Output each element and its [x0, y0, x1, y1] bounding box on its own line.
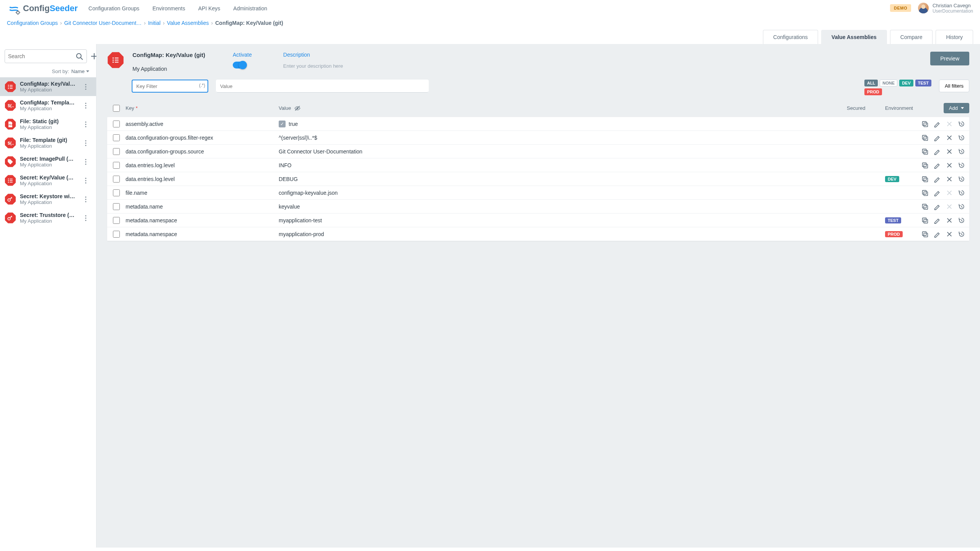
item-more-button[interactable] — [80, 194, 91, 205]
sort-by-value[interactable]: Name — [71, 68, 89, 74]
nav-api-keys[interactable]: API Keys — [198, 5, 220, 11]
row-select-checkbox[interactable] — [113, 203, 120, 210]
row-copy-button[interactable] — [921, 120, 929, 128]
item-more-button[interactable] — [80, 137, 91, 149]
row-edit-button[interactable] — [933, 134, 941, 142]
eye-off-icon[interactable] — [294, 105, 301, 112]
sidebar-item[interactable]: Secret: Keystore with Chai…My Applicatio… — [0, 190, 96, 209]
chip-none[interactable]: NONE — [880, 80, 897, 86]
row-copy-button[interactable] — [921, 161, 929, 169]
brand-logo[interactable]: ConfigSeeder — [7, 2, 78, 15]
row-history-button[interactable] — [958, 134, 965, 142]
tab-history[interactable]: History — [936, 30, 973, 44]
all-filters-button[interactable]: All filters — [939, 80, 969, 92]
sidebar-item[interactable]: Secret: Key/Value (git)My Application — [0, 171, 96, 190]
add-button[interactable]: Add — [944, 103, 969, 113]
row-history-button[interactable] — [958, 175, 965, 183]
more-icon — [82, 176, 90, 185]
tab-configurations[interactable]: Configurations — [763, 30, 818, 44]
search-field[interactable] — [5, 49, 87, 63]
row-history-button[interactable] — [958, 189, 965, 197]
row-history-button[interactable] — [958, 148, 965, 155]
assembly-type-icon — [107, 52, 124, 68]
preview-button[interactable]: Preview — [930, 52, 969, 65]
row-select-checkbox[interactable] — [113, 231, 120, 238]
nav-administration[interactable]: Administration — [233, 5, 267, 11]
chip-dev[interactable]: DEV — [899, 80, 913, 86]
row-select-checkbox[interactable] — [113, 134, 120, 141]
nav-environments[interactable]: Environments — [152, 5, 185, 11]
brand-suffix: Seeder — [50, 3, 78, 13]
breadcrumb-item[interactable]: Initial — [148, 20, 161, 26]
row-history-button[interactable] — [958, 230, 965, 238]
search-input[interactable] — [8, 53, 75, 59]
row-delete-button[interactable] — [946, 148, 953, 155]
sidebar-item[interactable]: File: Template (git)My Application — [0, 134, 96, 152]
page-subtitle: My Application — [132, 66, 224, 72]
row-copy-button[interactable] — [921, 175, 929, 183]
activate-toggle[interactable] — [233, 62, 247, 68]
edit-icon — [933, 175, 941, 183]
row-select-checkbox[interactable] — [113, 217, 120, 224]
item-more-button[interactable] — [80, 81, 91, 93]
chip-prod[interactable]: PROD — [864, 88, 882, 95]
table-row: metadata.namespace myapplication-prod PR… — [107, 227, 969, 241]
row-select-checkbox[interactable] — [113, 121, 120, 127]
row-edit-button[interactable] — [933, 217, 941, 224]
item-more-button[interactable] — [80, 156, 91, 168]
row-select-checkbox[interactable] — [113, 189, 120, 196]
row-delete-button[interactable] — [946, 161, 953, 169]
row-copy-button[interactable] — [921, 189, 929, 197]
nav-configuration-groups[interactable]: Configuration Groups — [88, 5, 139, 11]
item-title: Secret: Key/Value (git) — [20, 174, 76, 181]
row-history-button[interactable] — [958, 120, 965, 128]
row-history-button[interactable] — [958, 161, 965, 169]
tab-value-assemblies[interactable]: Value Assemblies — [821, 30, 887, 44]
row-edit-button[interactable] — [933, 175, 941, 183]
row-select-checkbox[interactable] — [113, 176, 120, 183]
value-filter-field[interactable] — [216, 80, 429, 93]
row-edit-button[interactable] — [933, 161, 941, 169]
row-edit-button[interactable] — [933, 120, 941, 128]
value-filter-input[interactable] — [216, 80, 429, 93]
breadcrumb-item[interactable]: Configuration Groups — [7, 20, 58, 26]
chip-all[interactable]: ALL — [864, 80, 878, 86]
breadcrumb-item[interactable]: Git Connector User-Document… — [64, 20, 142, 26]
sidebar-item[interactable]: ConfigMap: Key/Value (git)My Application — [0, 77, 96, 96]
user-menu[interactable]: Christian Cavegn UserDocumentation — [918, 3, 973, 14]
row-delete-button[interactable] — [946, 217, 953, 224]
row-copy-button[interactable] — [921, 148, 929, 155]
item-subtitle: My Application — [20, 218, 76, 224]
tab-compare[interactable]: Compare — [890, 30, 933, 44]
breadcrumb-item[interactable]: Value Assemblies — [167, 20, 209, 26]
row-history-button[interactable] — [958, 203, 965, 210]
description-placeholder[interactable]: Enter your description here — [283, 62, 343, 69]
row-select-checkbox[interactable] — [113, 148, 120, 155]
row-history-button[interactable] — [958, 217, 965, 224]
row-copy-button[interactable] — [921, 217, 929, 224]
key-filter-field[interactable]: (.*) — [132, 80, 208, 93]
row-edit-button[interactable] — [933, 203, 941, 210]
item-more-button[interactable] — [80, 175, 91, 186]
sidebar-item[interactable]: File: Static (git)My Application — [0, 115, 96, 134]
sidebar-item[interactable]: Secret: ImagePull (git)My Application — [0, 152, 96, 171]
item-more-button[interactable] — [80, 212, 91, 224]
row-copy-button[interactable] — [921, 134, 929, 142]
select-all-checkbox[interactable] — [113, 105, 120, 112]
item-more-button[interactable] — [80, 100, 91, 111]
row-delete-button[interactable] — [946, 230, 953, 238]
sidebar-item[interactable]: ConfigMap: Template (git)My Application — [0, 96, 96, 115]
item-icon — [5, 175, 16, 186]
row-delete-button[interactable] — [946, 134, 953, 142]
row-edit-button[interactable] — [933, 148, 941, 155]
row-edit-button[interactable] — [933, 189, 941, 197]
item-more-button[interactable] — [80, 119, 91, 130]
row-select-checkbox[interactable] — [113, 162, 120, 169]
chip-test[interactable]: TEST — [915, 80, 931, 86]
key-filter-input[interactable] — [132, 80, 208, 93]
sidebar-item[interactable]: Secret: Truststore (git)My Application — [0, 209, 96, 227]
row-delete-button[interactable] — [946, 175, 953, 183]
row-edit-button[interactable] — [933, 230, 941, 238]
row-copy-button[interactable] — [921, 203, 929, 210]
row-copy-button[interactable] — [921, 230, 929, 238]
